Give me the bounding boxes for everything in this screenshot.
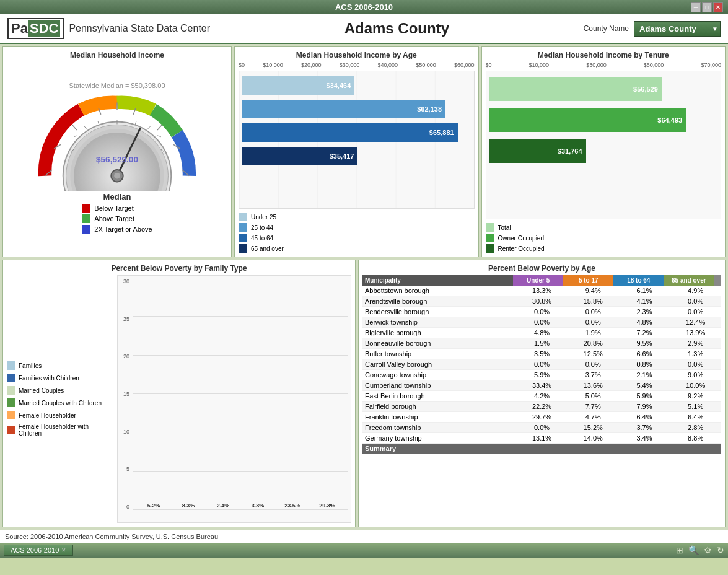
charts-bottom-row: Percent Below Poverty by Family Type Fam…	[2, 260, 726, 527]
tenure-bar-owner-value: $64,493	[657, 116, 682, 124]
settings-icon[interactable]: ⚙	[704, 545, 712, 555]
legend-label-female-children: Female Householder with Children	[19, 423, 112, 437]
legend-label-above: Above Target	[94, 215, 134, 222]
tenure-bar-total: $56,529	[489, 77, 719, 101]
legend-female-children: Female Householder with Children	[7, 423, 112, 437]
y-label-20: 20	[118, 353, 129, 359]
cell-5to17: 4.7%	[568, 412, 619, 423]
cell-municipality: Abbottstown borough	[362, 286, 516, 296]
table-row: Bonneauville borough 1.5% 20.8% 9.5% 2.9…	[362, 338, 721, 349]
age-x-label-50k: $50,000	[416, 62, 436, 68]
vbar-married-value: 2.4%	[217, 503, 230, 509]
cell-municipality: Butler township	[362, 349, 516, 359]
cell-municipality: Berwick township	[362, 317, 516, 328]
cell-65over: 4.9%	[670, 286, 721, 296]
table-row: Arendtsville borough 30.8% 15.8% 4.1% 0.…	[362, 296, 721, 307]
age-legend-color-under25	[239, 213, 247, 221]
table-row: Abbottstown borough 13.3% 9.4% 6.1% 4.9%	[362, 286, 721, 296]
cell-18to64: 7.9%	[619, 402, 670, 412]
cell-municipality: Conewago township	[362, 370, 516, 380]
minimize-button[interactable]: ─	[691, 2, 701, 12]
svg-line-2	[72, 125, 77, 130]
cell-18to64: 7.2%	[619, 328, 670, 338]
tenure-legend-total: Total	[486, 223, 722, 232]
cell-under5: 0.0%	[516, 307, 568, 317]
header-row: Municipality Under 5 5 to 17 18 to 64 65…	[362, 275, 721, 286]
statewide-label: Statewide Median = $50,398.00	[69, 82, 165, 89]
age-legend-label-25to44: 25 to 44	[251, 224, 273, 231]
county-dropdown-wrapper[interactable]: Adams County ▼	[634, 21, 721, 37]
y-label-15: 15	[118, 391, 129, 397]
cell-5to17: 14.0%	[568, 433, 619, 444]
cell-5to17: 5.0%	[568, 391, 619, 402]
taskbar-tab[interactable]: ACS 2006-2010 ✕	[4, 545, 73, 556]
age-legend-label-65over: 65 and over	[251, 245, 284, 252]
taskbar-close-icon[interactable]: ✕	[61, 547, 66, 553]
county-dropdown[interactable]: Adams County	[634, 21, 721, 37]
cell-18to64: 6.1%	[619, 286, 670, 296]
cell-municipality: Freedom township	[362, 423, 516, 433]
age-legend-25to44: 25 to 44	[239, 223, 475, 232]
cell-5to17: 9.4%	[568, 286, 619, 296]
income-tenure-panel: Median Household Income by Tenure $0 $10…	[481, 46, 726, 257]
cell-under5: 0.0%	[516, 359, 568, 370]
vbar-fam-children-value: 8.3%	[182, 503, 195, 509]
legend-label-families: Families	[19, 362, 42, 369]
age-legend-45to64: 45 to 64	[239, 234, 475, 242]
table-row: Berwick township 0.0% 0.0% 4.8% 12.4%	[362, 317, 721, 328]
age-bar-65over: $35,417	[242, 147, 471, 165]
svg-text:$56,529.00: $56,529.00	[96, 155, 138, 164]
age-legend-color-45to64	[239, 234, 247, 242]
table-body: Abbottstown borough 13.3% 9.4% 6.1% 4.9%…	[362, 286, 721, 454]
legend-families-children: Families with Children	[7, 374, 112, 382]
summary-row: Summary	[362, 444, 721, 454]
legend-color-female	[7, 411, 15, 419]
svg-line-20	[157, 135, 161, 136]
y-label-5: 5	[118, 466, 129, 472]
cell-under5: 0.0%	[516, 317, 568, 328]
legend-label-married-children: Married Couples with Children	[19, 400, 102, 406]
county-name-label: County Name	[584, 24, 629, 33]
tenure-bar-renter: $31,764	[489, 139, 719, 163]
tenure-x-label-70k: $70,000	[701, 62, 721, 68]
age-x-label-30k: $30,000	[340, 62, 360, 68]
summary-18to64	[619, 444, 670, 454]
age-x-label-40k: $40,000	[377, 62, 398, 68]
y-axis: 30 25 20 15 10 5 0	[118, 278, 131, 510]
age-bar-25to44-value: $62,138	[417, 105, 442, 113]
cell-65over: 9.2%	[670, 391, 721, 402]
cell-18to64: 3.7%	[619, 423, 670, 433]
maximize-button[interactable]: □	[702, 2, 712, 12]
search-icon[interactable]: 🔍	[688, 545, 699, 555]
legend-color-families-children	[7, 374, 15, 382]
cell-municipality: Carroll Valley borough	[362, 359, 516, 370]
table-header: Municipality Under 5 5 to 17 18 to 64 65…	[362, 275, 721, 286]
age-x-label-60k: $60,000	[454, 62, 475, 68]
svg-line-19	[147, 126, 151, 129]
close-button[interactable]: ✕	[713, 2, 723, 12]
grid-icon[interactable]: ⊞	[676, 545, 683, 555]
vbar-families: 5.2%	[139, 503, 169, 510]
tenure-legend-renter: Renter Occupied	[486, 244, 722, 253]
vbar-married-children-value: 3.3%	[252, 503, 265, 509]
table-body-scroll[interactable]: Abbottstown borough 13.3% 9.4% 6.1% 4.9%…	[362, 286, 721, 523]
cell-65over: 6.4%	[670, 412, 721, 423]
table-row: Conewago township 5.9% 3.7% 2.1% 9.0%	[362, 370, 721, 380]
cell-65over: 5.1%	[670, 402, 721, 412]
refresh-icon[interactable]: ↻	[717, 545, 724, 555]
poverty-age-table: Municipality Under 5 5 to 17 18 to 64 65…	[362, 275, 721, 286]
vbar-married-children: 3.3%	[243, 503, 273, 510]
svg-line-6	[157, 125, 162, 130]
vbar-female-children: 29.3%	[312, 503, 342, 510]
window-controls: ─ □ ✕	[691, 2, 723, 12]
svg-point-24	[114, 172, 120, 178]
col-under5-header: Under 5	[513, 275, 563, 286]
cell-5to17: 0.0%	[568, 317, 619, 328]
poverty-age-panel: Percent Below Poverty by Age Municipalit…	[358, 260, 726, 527]
cell-municipality: Cumberland township	[362, 380, 516, 391]
table-row: Biglerville borough 4.8% 1.9% 7.2% 13.9%	[362, 328, 721, 338]
summary-5to17	[568, 444, 619, 454]
cell-5to17: 0.0%	[568, 307, 619, 317]
table-row: Cumberland township 33.4% 13.6% 5.4% 10.…	[362, 380, 721, 391]
gauge-median-label: Median	[103, 192, 131, 201]
